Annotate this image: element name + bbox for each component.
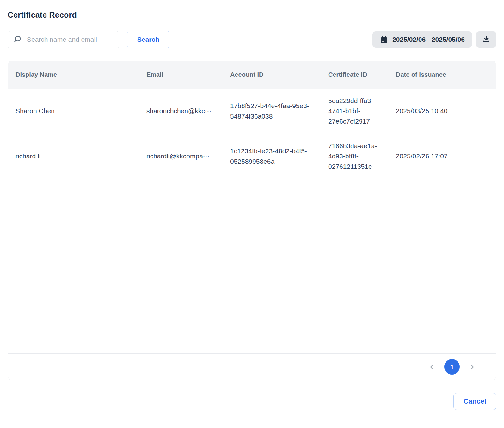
table-row: Sharon Chen sharonchchen@kkc⋯ 17b8f527-b…: [8, 89, 496, 134]
pagination-prev-button[interactable]: [427, 363, 436, 371]
cell-date-of-issuance: 2025/02/26 17:07: [396, 151, 496, 162]
bottom-bar: Cancel: [8, 393, 496, 423]
chevron-left-icon: [429, 364, 434, 370]
pagination: 1: [8, 353, 496, 380]
cell-display-name: Sharon Chen: [15, 106, 146, 116]
column-header-email: Email: [146, 71, 230, 78]
toolbar: Search 2025/02/06 - 2025/05/06: [8, 31, 496, 48]
table-row: richard li richardli@kkcompa⋯ 1c1234fb-f…: [8, 134, 496, 179]
pagination-next-button[interactable]: [468, 363, 476, 371]
search-button[interactable]: Search: [127, 31, 169, 48]
cancel-button[interactable]: Cancel: [453, 393, 496, 410]
search-icon: [13, 35, 23, 44]
cell-account-id: 17b8f527-b44e-4faa-95e3-54874f36a038: [230, 101, 328, 121]
certificate-table-card: Display Name Email Account ID Certificat…: [8, 61, 496, 380]
column-header-display-name: Display Name: [15, 71, 146, 78]
certificate-record-page: Certificate Record Search: [0, 0, 504, 423]
search-input[interactable]: [27, 36, 114, 43]
calendar-icon: [380, 35, 388, 44]
column-header-account-id: Account ID: [230, 71, 328, 78]
cell-date-of-issuance: 2025/03/25 10:40: [396, 106, 496, 116]
column-header-date-of-issuance: Date of Issuance: [396, 71, 496, 78]
download-button[interactable]: [476, 31, 496, 48]
date-range-button[interactable]: 2025/02/06 - 2025/05/06: [372, 31, 472, 48]
date-range-label: 2025/02/06 - 2025/05/06: [392, 36, 465, 43]
cell-display-name: richard li: [15, 151, 146, 162]
cell-email: sharonchchen@kkc⋯: [146, 106, 230, 116]
table-header-row: Display Name Email Account ID Certificat…: [8, 61, 496, 89]
page-title: Certificate Record: [8, 0, 496, 20]
toolbar-right-group: 2025/02/06 - 2025/05/06: [372, 31, 496, 48]
pagination-page-1[interactable]: 1: [444, 359, 460, 375]
column-header-certificate-id: Certificate ID: [328, 71, 396, 78]
cell-email: richardli@kkcompa⋯: [146, 151, 230, 162]
download-icon: [482, 35, 491, 44]
cell-certificate-id: 7166b3da-ae1a-4d93-bf8f-02761211351c: [328, 141, 396, 172]
cell-account-id: 1c1234fb-fe23-48d2-b4f5-052589958e6a: [230, 146, 328, 167]
cell-certificate-id: 5ea229dd-ffa3-4741-b1bf-27e6c7cf2917: [328, 96, 396, 127]
chevron-right-icon: [470, 364, 475, 370]
search-box: [8, 31, 119, 48]
